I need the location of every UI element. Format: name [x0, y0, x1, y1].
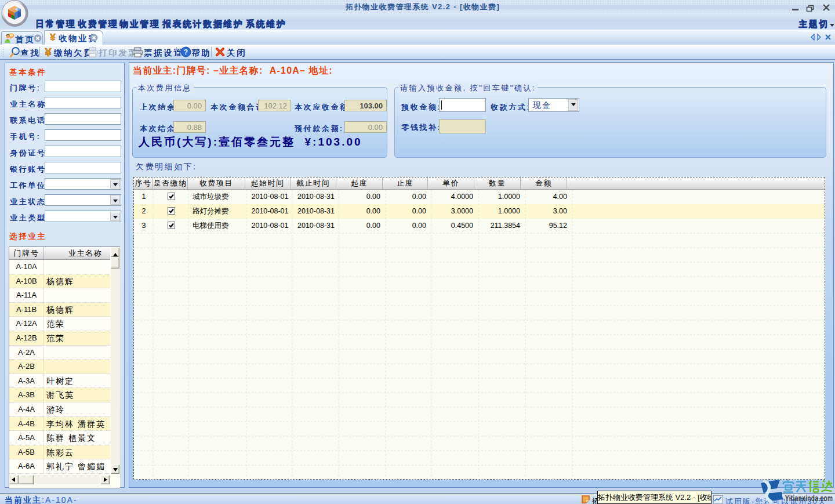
svg-text:¥: ¥: [45, 46, 52, 58]
svg-text:?: ?: [184, 48, 188, 56]
svg-text:¥: ¥: [50, 32, 56, 42]
